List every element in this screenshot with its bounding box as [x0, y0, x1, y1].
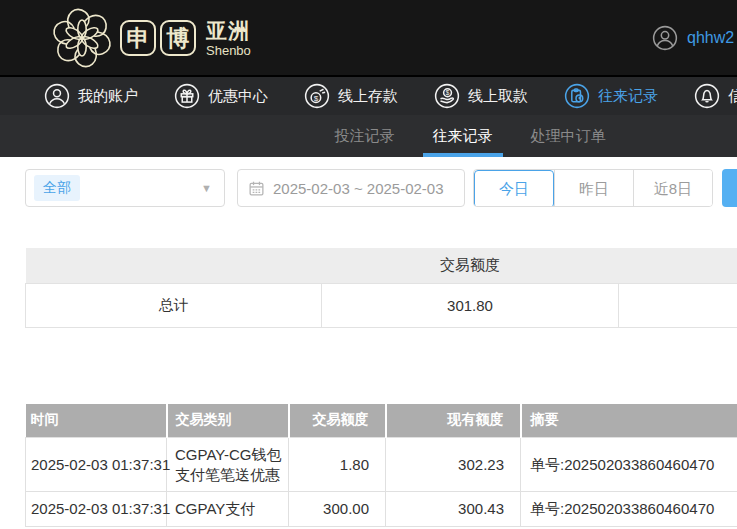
col-header-summary: 摘要 [521, 404, 737, 438]
cell-summary: 单号:202502033860460470 [521, 438, 737, 492]
records-header-row: 时间 交易类别 交易额度 现有额度 摘要 [26, 404, 737, 438]
nav-label: 信息 [728, 87, 737, 106]
hand-coin-icon: $ [434, 83, 460, 109]
content-area: 全部 ▼ 2025-02-03 ~ 2025-02-03 今日 昨日 近8日 [0, 157, 737, 527]
logo-char-1: 申 [120, 20, 156, 56]
records-table: 时间 交易类别 交易额度 现有额度 摘要 2025-02-03 01:37:31… [25, 404, 737, 527]
coin-deposit-icon: $ [304, 83, 330, 109]
cell-type: CGPAY支付 [167, 492, 289, 527]
svg-text:$: $ [446, 89, 450, 96]
avatar-icon [652, 25, 678, 51]
tab-betting-records[interactable]: 投注记录 [331, 115, 399, 157]
logo-subtitle: 亚洲 Shenbo [206, 20, 251, 57]
summary-total-row: 总计 301.80 [26, 283, 737, 327]
summary-header-row: 交易额度 [26, 248, 737, 283]
nav-item-withdraw[interactable]: $ 线上取款 [434, 83, 528, 109]
col-header-type: 交易类别 [167, 404, 289, 438]
summary-header-empty [26, 248, 322, 283]
logo-region-text: 亚洲 [206, 20, 251, 41]
summary-header-empty [618, 248, 737, 283]
table-row: 2025-02-03 01:37:31 CGPAY-CG钱包支付笔笔送优惠 1.… [26, 438, 737, 492]
svg-text:$: $ [314, 94, 319, 103]
tab-processing-orders[interactable]: 处理中订单 [527, 115, 610, 157]
cell-time: 2025-02-03 01:37:31 [26, 438, 167, 492]
tab-label: 往来记录 [433, 127, 493, 146]
nav-label: 线上取款 [468, 87, 528, 106]
logo-en-text: Shenbo [206, 44, 251, 57]
chevron-down-icon: ▼ [201, 182, 212, 194]
nav-item-transaction-records[interactable]: 往来记录 [564, 83, 658, 109]
filter-row: 全部 ▼ 2025-02-03 ~ 2025-02-03 今日 昨日 近8日 [25, 168, 737, 208]
nav-label: 线上存款 [338, 87, 398, 106]
username-text: qhhw2 [687, 29, 734, 47]
summary-total-value: 301.80 [322, 283, 618, 327]
table-row: 2025-02-03 01:37:31 CGPAY支付 300.00 300.4… [26, 492, 737, 527]
col-header-balance: 现有额度 [386, 404, 521, 438]
flower-logo-icon [52, 8, 112, 68]
cell-type: CGPAY-CG钱包支付笔笔送优惠 [167, 438, 289, 492]
tab-transaction-records[interactable]: 往来记录 [429, 115, 497, 157]
account-icon [44, 83, 70, 109]
type-select[interactable]: 全部 ▼ [25, 169, 225, 207]
date-range-input[interactable]: 2025-02-03 ~ 2025-02-03 [237, 169, 465, 207]
nav-label: 优惠中心 [208, 87, 268, 106]
user-account[interactable]: qhhw2 [652, 0, 734, 75]
yesterday-button[interactable]: 昨日 [554, 170, 633, 207]
bell-icon [694, 83, 720, 109]
cell-balance: 302.23 [386, 438, 521, 492]
main-nav: 我的账户 优惠中心 $ 线上存款 $ [0, 75, 737, 115]
nav-item-messages[interactable]: 信息 [694, 83, 737, 109]
cell-summary: 单号:202502033860460470 [521, 492, 737, 527]
top-header: 申 博 亚洲 Shenbo qhhw2 [0, 0, 737, 75]
col-header-time: 时间 [26, 404, 167, 438]
gift-icon [174, 83, 200, 109]
tab-label: 投注记录 [335, 127, 395, 146]
calendar-icon [248, 180, 265, 197]
logo-characters: 申 博 [120, 20, 196, 56]
nav-item-my-account[interactable]: 我的账户 [44, 83, 138, 109]
col-header-amount: 交易额度 [289, 404, 386, 438]
type-select-value: 全部 [34, 175, 80, 201]
nav-label: 往来记录 [598, 87, 658, 106]
search-button[interactable] [722, 169, 737, 207]
nav-item-deposit[interactable]: $ 线上存款 [304, 83, 398, 109]
tab-label: 处理中订单 [531, 127, 606, 146]
logo-char-2: 博 [160, 20, 196, 56]
last-8-days-button[interactable]: 近8日 [633, 170, 712, 207]
nav-label: 我的账户 [78, 87, 138, 106]
date-quick-buttons: 今日 昨日 近8日 [473, 169, 713, 207]
summary-total-label: 总计 [26, 283, 322, 327]
summary-header-amount: 交易额度 [322, 248, 618, 283]
cell-balance: 300.43 [386, 492, 521, 527]
cell-amount: 1.80 [289, 438, 386, 492]
page: 申 博 亚洲 Shenbo qhhw2 我的账户 [0, 0, 737, 527]
record-tabs: 投注记录 往来记录 处理中订单 [0, 115, 737, 157]
summary-empty-cell [618, 283, 737, 327]
today-button[interactable]: 今日 [474, 170, 554, 207]
cell-amount: 300.00 [289, 492, 386, 527]
summary-table: 交易额度 总计 301.80 [25, 248, 737, 328]
brand-logo[interactable]: 申 博 亚洲 Shenbo [52, 8, 251, 68]
nav-item-promotions[interactable]: 优惠中心 [174, 83, 268, 109]
cell-time: 2025-02-03 01:37:31 [26, 492, 167, 527]
date-range-text: 2025-02-03 ~ 2025-02-03 [273, 180, 444, 197]
clipboard-clock-icon [564, 83, 590, 109]
